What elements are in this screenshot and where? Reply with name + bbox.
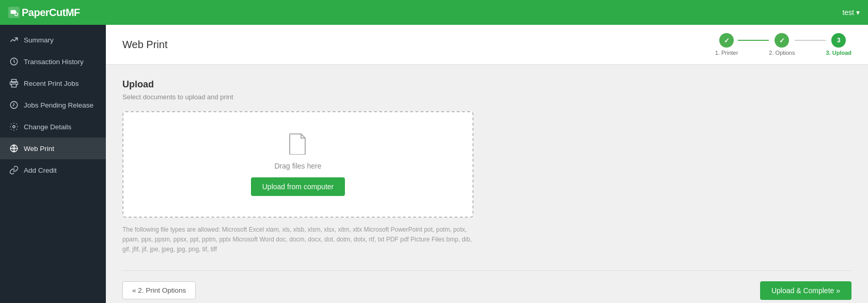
step-circle-upload: 3 bbox=[831, 33, 846, 48]
svg-point-6 bbox=[13, 126, 15, 128]
step-connector-1 bbox=[738, 40, 769, 41]
sidebar-item-change-details[interactable]: Change Details bbox=[0, 116, 106, 138]
step-connector-2 bbox=[795, 40, 826, 41]
gear-icon bbox=[9, 122, 19, 131]
svg-rect-4 bbox=[12, 84, 17, 87]
chart-icon bbox=[9, 35, 19, 44]
sidebar-item-web-print[interactable]: Web Print bbox=[0, 138, 106, 159]
step-upload: 3 3. Upload bbox=[826, 33, 851, 56]
sidebar-item-jobs-pending-release[interactable]: Jobs Pending Release bbox=[0, 94, 106, 116]
link-icon bbox=[9, 165, 19, 175]
section-title: Upload bbox=[122, 79, 851, 90]
upload-complete-button[interactable]: Upload & Complete » bbox=[760, 281, 851, 300]
upload-dropzone[interactable]: Drag files here Upload from computer bbox=[122, 111, 474, 218]
main-content: Web Print ✓ 1. Printer ✓ 2. Options bbox=[106, 25, 868, 303]
user-menu[interactable]: test ▾ bbox=[842, 8, 860, 17]
step-circle-options: ✓ bbox=[775, 33, 789, 48]
section-subtitle: Select documents to upload and print bbox=[122, 93, 851, 101]
sidebar-item-summary[interactable]: Summary bbox=[0, 29, 106, 51]
step-label-upload: 3. Upload bbox=[826, 50, 851, 56]
page-title: Web Print bbox=[122, 39, 167, 51]
print-icon bbox=[9, 79, 19, 88]
drag-text: Drag files here bbox=[274, 162, 321, 170]
app-body: Summary Transaction History Recent Print… bbox=[0, 25, 868, 303]
bottom-bar: « 2. Print Options Upload & Complete » bbox=[122, 270, 851, 300]
logo-icon bbox=[8, 7, 20, 18]
clock-icon bbox=[9, 100, 19, 110]
step-options: ✓ 2. Options bbox=[769, 33, 795, 56]
back-to-print-options-button[interactable]: « 2. Print Options bbox=[122, 281, 196, 299]
sidebar-item-transaction-history[interactable]: Transaction History bbox=[0, 51, 106, 72]
step-label-options: 2. Options bbox=[769, 50, 795, 56]
stepper: ✓ 1. Printer ✓ 2. Options 3 bbox=[715, 33, 851, 56]
sidebar: Summary Transaction History Recent Print… bbox=[0, 25, 106, 303]
history-icon bbox=[9, 57, 19, 66]
file-icon bbox=[289, 133, 307, 155]
logo: PaperCutMF bbox=[8, 7, 80, 19]
step-printer: ✓ 1. Printer bbox=[715, 33, 738, 56]
globe-icon bbox=[9, 144, 19, 153]
page-body: Upload Select documents to upload and pr… bbox=[106, 65, 868, 303]
step-circle-printer: ✓ bbox=[719, 33, 734, 48]
page-header: Web Print ✓ 1. Printer ✓ 2. Options bbox=[106, 25, 868, 65]
file-types-description: The following file types are allowed: Mi… bbox=[122, 225, 474, 255]
topbar: PaperCutMF test ▾ bbox=[0, 0, 868, 25]
upload-from-computer-button[interactable]: Upload from computer bbox=[251, 177, 345, 196]
sidebar-item-add-credit[interactable]: Add Credit bbox=[0, 159, 106, 181]
sidebar-item-recent-print-jobs[interactable]: Recent Print Jobs bbox=[0, 72, 106, 94]
step-label-printer: 1. Printer bbox=[715, 50, 738, 56]
